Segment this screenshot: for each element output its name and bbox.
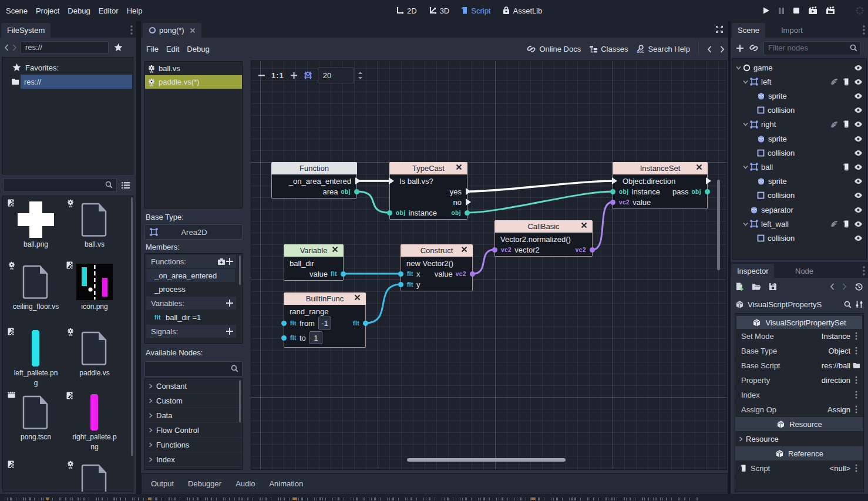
node-category-flow-control[interactable]: Flow Control — [145, 423, 242, 438]
tree-row-ball-7[interactable]: ball — [732, 160, 866, 174]
bottom-tab-audio[interactable]: Audio — [228, 479, 262, 488]
eye-icon[interactable] — [854, 121, 863, 127]
snap-step-spinbox[interactable]: 20 — [318, 68, 354, 83]
add-member-icon[interactable] — [226, 257, 234, 265]
favorite-res-row[interactable]: res:// — [3, 75, 133, 89]
data-in-port[interactable] — [281, 335, 287, 341]
script-menu-debug[interactable]: Debug — [187, 45, 209, 53]
script-menu-file[interactable]: File — [146, 45, 159, 53]
favorite-star-icon[interactable] — [114, 43, 123, 52]
node-close-icon[interactable] — [354, 294, 361, 301]
property-menu-icon[interactable] — [852, 391, 861, 399]
new-resource-icon[interactable] — [735, 283, 744, 291]
context-2d[interactable]: 2D — [392, 6, 420, 15]
data-in-port[interactable] — [281, 321, 287, 326]
tree-row-right-4[interactable]: right — [732, 117, 866, 132]
eye-icon[interactable] — [854, 235, 863, 241]
data-in-port[interactable] — [492, 247, 497, 253]
spinbox-updown-icon[interactable] — [357, 71, 364, 80]
seq-out-port[interactable] — [355, 177, 361, 184]
data-out-port[interactable] — [341, 271, 346, 277]
data-out-port[interactable] — [590, 247, 595, 253]
favorites-row[interactable]: Favorites: — [3, 60, 133, 75]
tree-row-sprite-8[interactable]: sprite — [732, 174, 866, 189]
node-category-data[interactable]: Data — [145, 408, 242, 423]
tab-node[interactable]: Node — [789, 264, 819, 278]
property-menu-icon[interactable] — [852, 376, 861, 384]
eye-icon[interactable] — [854, 207, 863, 213]
graph-node-callbasic[interactable]: CallBasicVector2.normalized()vc2vector2v… — [494, 220, 593, 257]
menu-editor[interactable]: Editor — [95, 6, 123, 15]
add-member-icon[interactable] — [226, 299, 234, 307]
play-icon[interactable] — [762, 6, 770, 15]
expand-arrow-icon[interactable] — [736, 66, 741, 70]
tab-filesystem[interactable]: FileSystem — [1, 23, 51, 38]
bottom-tab-output[interactable]: Output — [144, 479, 181, 488]
file-item-right_pallete-png[interactable]: right_pallete.png — [65, 394, 124, 452]
property-menu-icon[interactable] — [852, 464, 861, 472]
file-item-ball-png[interactable]: ball.png — [6, 201, 65, 250]
seq-out-port[interactable] — [706, 177, 711, 184]
play-scene-icon[interactable] — [808, 6, 817, 15]
zoom-in-icon[interactable] — [290, 71, 298, 80]
nodes-scrollbar[interactable] — [239, 380, 241, 422]
file-grid-scrollbar[interactable] — [131, 197, 133, 456]
menu-project[interactable]: Project — [32, 6, 63, 15]
script-item-ballvs[interactable]: vsball.vs — [145, 62, 242, 75]
seq-in-port[interactable] — [389, 177, 394, 184]
pause-icon[interactable] — [778, 7, 785, 15]
eye-icon[interactable] — [854, 192, 863, 199]
property-menu-icon[interactable] — [852, 347, 861, 355]
graph-node-instanceset[interactable]: InstanceSetObject:directionobjinstancepa… — [613, 162, 708, 209]
history-forward-icon[interactable] — [842, 283, 847, 290]
tab-close-icon[interactable] — [190, 28, 196, 33]
property-value[interactable]: direction — [822, 376, 850, 385]
data-out-port[interactable] — [363, 321, 368, 326]
path-input[interactable]: res:// — [21, 41, 109, 54]
node-close-icon[interactable] — [581, 222, 587, 228]
graph-node-typecast[interactable]: TypeCastIs ball.vs?yesnoobjinstanceobj — [389, 162, 467, 220]
eye-icon[interactable] — [854, 65, 863, 71]
tab-import[interactable]: Import — [775, 23, 809, 38]
members-scrollbar[interactable] — [239, 255, 241, 285]
context-script[interactable]: Script — [457, 6, 494, 15]
eye-icon[interactable] — [854, 221, 863, 227]
tree-row-left-1[interactable]: left — [732, 75, 866, 89]
value-input-box[interactable]: -1 — [318, 317, 331, 329]
expand-arrow-icon[interactable] — [743, 80, 748, 84]
file-item-icon-png[interactable]: icon.png — [65, 263, 124, 312]
object-history-icon[interactable] — [854, 283, 863, 291]
graph-node-construct[interactable]: Constructnew Vector2()fltxvaluevc2flty — [401, 244, 473, 291]
property-value[interactable]: Instance — [822, 332, 850, 341]
snap-grid-icon[interactable] — [304, 71, 312, 80]
graph-hscrollbar[interactable] — [407, 458, 566, 462]
tree-row-collision-3[interactable]: collision — [732, 103, 866, 117]
eye-icon[interactable] — [854, 150, 863, 156]
eye-icon[interactable] — [854, 164, 863, 170]
play-custom-scene-icon[interactable] — [826, 6, 835, 15]
eye-icon[interactable] — [854, 136, 863, 142]
property-value[interactable]: Object — [828, 347, 850, 355]
graph-vscrollbar[interactable] — [717, 180, 720, 270]
data-in-port[interactable] — [387, 210, 392, 216]
script-menu-edit[interactable]: Edit — [166, 45, 179, 53]
tree-row-game-0[interactable]: game — [732, 60, 866, 75]
file-item-pong-tscn[interactable]: pong.tscn — [6, 394, 65, 442]
add-node-icon[interactable] — [736, 44, 744, 52]
file-item[interactable] — [6, 462, 65, 492]
tree-row-sprite-5[interactable]: sprite — [732, 132, 866, 146]
eye-icon[interactable] — [854, 178, 863, 184]
history-back-icon[interactable] — [4, 44, 9, 51]
override-icon[interactable] — [217, 258, 226, 265]
data-in-port[interactable] — [610, 189, 615, 194]
data-out-port[interactable] — [470, 271, 475, 277]
context-assetlib[interactable]: AssetLib — [499, 6, 546, 15]
node-close-icon[interactable] — [456, 164, 462, 170]
script-item-paddlevs[interactable]: vspaddle.vs(*) — [145, 75, 242, 89]
file-item-left_pallete-png[interactable]: left_pallete.png — [6, 329, 65, 388]
member-item-ball_dir[interactable]: fltball_dir =1 — [146, 311, 235, 324]
seq-out-port[interactable] — [466, 188, 471, 195]
file-item[interactable]: vs — [65, 462, 124, 492]
data-out-port[interactable] — [354, 189, 359, 194]
instance-scene-icon[interactable] — [749, 43, 759, 52]
